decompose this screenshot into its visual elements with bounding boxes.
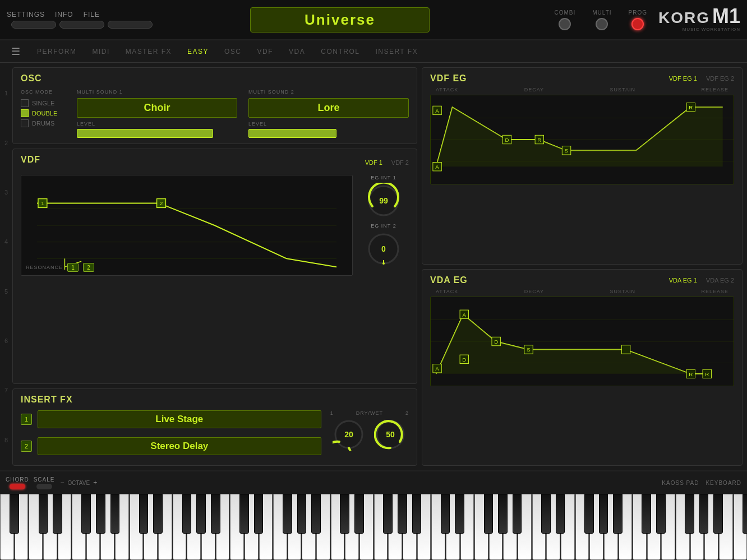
black-key-12[interactable]	[254, 494, 264, 534]
black-key-36[interactable]	[743, 494, 747, 534]
vda-eg-tab-2[interactable]: VDA EG 2	[706, 277, 734, 284]
black-key-3[interactable]	[81, 494, 91, 534]
vdf-eg-tab-1[interactable]: VDF EG 1	[669, 75, 697, 82]
multi-circle[interactable]	[596, 18, 608, 30]
black-key-17[interactable]	[354, 494, 364, 534]
scale-indicator[interactable]	[36, 484, 52, 489]
black-key-25[interactable]	[513, 494, 522, 534]
nav-masterfx[interactable]: MASTER FX	[126, 48, 172, 55]
black-key-0[interactable]	[10, 494, 19, 534]
drums-checkbox[interactable]	[21, 119, 29, 127]
slider-3[interactable]	[108, 21, 153, 29]
vdf-eg-tab-2[interactable]: VDF EG 2	[706, 75, 734, 82]
kaoss-pad-label[interactable]: KAOSS PAD	[662, 480, 699, 486]
osc-mode-drums[interactable]: DRUMS	[21, 119, 66, 127]
slider-2[interactable]	[59, 21, 104, 29]
piano-keys[interactable]: // Will render in SVG	[0, 494, 747, 560]
settings-menu[interactable]: SETTINGS	[7, 11, 45, 18]
file-menu[interactable]: FILE	[84, 11, 100, 18]
black-key-14[interactable]	[297, 494, 307, 534]
sound2-name[interactable]: Lore	[248, 98, 409, 118]
sound1-name[interactable]: Choir	[77, 98, 237, 118]
sound1-level-bar[interactable]	[77, 129, 213, 138]
nav-osc[interactable]: OSC	[224, 48, 242, 55]
black-key-16[interactable]	[340, 494, 349, 534]
keyboard-label[interactable]: KEYBOARD	[706, 480, 741, 486]
resonance-btn-1[interactable]: 1	[67, 263, 79, 272]
osc-mode-double[interactable]: DOUBLE	[21, 109, 66, 117]
black-key-7[interactable]	[153, 494, 163, 534]
resonance-label: RESONANCE	[26, 265, 63, 270]
eg-int-1-knob[interactable]: 99	[366, 183, 402, 219]
black-key-32[interactable]	[656, 494, 666, 534]
black-key-24[interactable]	[498, 494, 508, 534]
sound2-level-bar[interactable]	[248, 129, 336, 138]
multi-mode[interactable]: MULTI	[592, 10, 611, 30]
slider-1[interactable]	[11, 21, 56, 29]
black-key-4[interactable]	[96, 494, 105, 534]
svg-text:D: D	[462, 356, 466, 362]
black-key-15[interactable]	[311, 494, 321, 534]
single-checkbox[interactable]	[21, 99, 29, 107]
black-key-2[interactable]	[53, 494, 62, 534]
vda-eg-params: ATTACK DECAY SUSTAIN RELEASE	[430, 289, 734, 294]
sound2-level-label: LEVEL	[248, 121, 409, 127]
nav-menu-icon[interactable]: ☰	[11, 45, 20, 58]
black-key-23[interactable]	[484, 494, 494, 534]
nav-insertfx[interactable]: INSERT FX	[375, 48, 418, 55]
fx-knob-2[interactable]: 50	[374, 418, 407, 451]
black-key-11[interactable]	[239, 494, 249, 534]
chord-btn[interactable]: CHORD	[6, 476, 29, 489]
fx-knob-1[interactable]: 20	[333, 418, 365, 451]
black-key-35[interactable]	[713, 494, 723, 534]
sound1-level: LEVEL	[77, 121, 237, 138]
nav-easy[interactable]: EASY	[187, 48, 209, 55]
prog-mode[interactable]: PROG	[629, 10, 647, 30]
black-key-5[interactable]	[110, 494, 120, 534]
octave-plus[interactable]: +	[93, 479, 97, 487]
black-key-1[interactable]	[39, 494, 48, 534]
single-label: SINGLE	[32, 100, 54, 107]
black-key-18[interactable]	[383, 494, 393, 534]
combi-circle[interactable]	[559, 18, 571, 30]
fx2-name[interactable]: Stereo Delay	[38, 437, 321, 455]
black-key-19[interactable]	[398, 494, 407, 534]
black-key-9[interactable]	[196, 494, 206, 534]
nav-vda[interactable]: VDA	[289, 48, 305, 55]
svg-text:1: 1	[41, 200, 44, 206]
black-key-34[interactable]	[699, 494, 709, 534]
nav-perform[interactable]: PERFORM	[37, 48, 77, 55]
black-key-33[interactable]	[685, 494, 694, 534]
vdf-tab-1[interactable]: VDF 1	[365, 159, 382, 166]
black-key-20[interactable]	[412, 494, 422, 534]
chord-indicator[interactable]	[10, 484, 25, 489]
resonance-btn-2[interactable]: 2	[83, 263, 94, 272]
fx1-name[interactable]: Live Stage	[38, 410, 321, 428]
prog-circle[interactable]	[631, 18, 644, 30]
black-key-8[interactable]	[182, 494, 192, 534]
vda-eg-tab-1[interactable]: VDA EG 1	[669, 277, 697, 284]
vdf-graph-svg: 1 2	[21, 175, 352, 275]
black-key-10[interactable]	[211, 494, 220, 534]
black-key-13[interactable]	[283, 494, 292, 534]
nav-midi[interactable]: MIDI	[93, 48, 110, 55]
nav-control[interactable]: CONTROL	[321, 48, 359, 55]
info-menu[interactable]: INFO	[55, 11, 73, 18]
octave-minus[interactable]: −	[60, 479, 64, 487]
black-key-30[interactable]	[613, 494, 622, 534]
black-key-22[interactable]	[455, 494, 464, 534]
osc-mode-single[interactable]: SINGLE	[21, 99, 66, 107]
nav-vdf[interactable]: VDF	[257, 48, 274, 55]
double-checkbox[interactable]	[21, 109, 29, 117]
black-key-29[interactable]	[599, 494, 608, 534]
black-key-26[interactable]	[541, 494, 551, 534]
combi-mode[interactable]: COMBI	[554, 10, 575, 30]
eg-int-2-knob[interactable]: 0	[366, 231, 402, 267]
black-key-31[interactable]	[642, 494, 651, 534]
vdf-tab-2[interactable]: VDF 2	[391, 159, 409, 166]
black-key-27[interactable]	[556, 494, 565, 534]
black-key-21[interactable]	[441, 494, 450, 534]
scale-btn[interactable]: SCALE	[34, 476, 55, 489]
black-key-28[interactable]	[584, 494, 594, 534]
black-key-6[interactable]	[139, 494, 149, 534]
